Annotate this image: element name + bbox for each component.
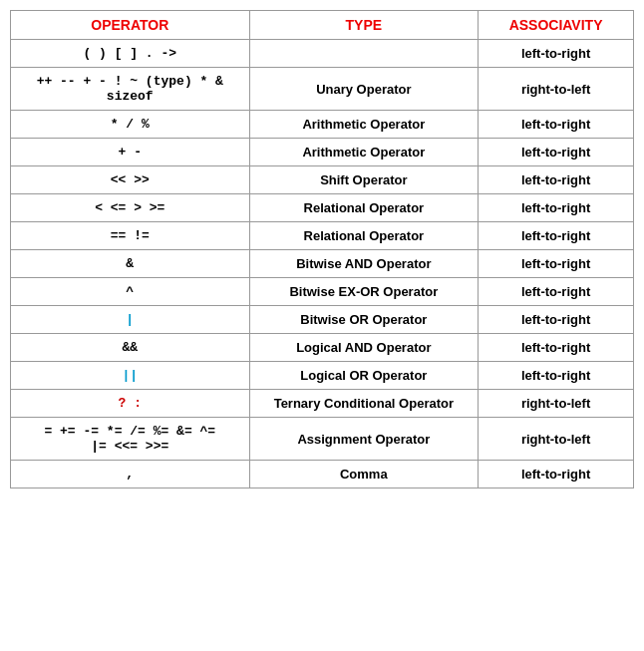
operator-cell: + - [11, 139, 250, 166]
table-row: * / %Arithmetic Operatorleft-to-right [11, 111, 634, 139]
header-associativity: ASSOCIAVITY [479, 11, 634, 40]
table-row: ,Commaleft-to-right [11, 461, 634, 488]
table-row: |Bitwise OR Operatorleft-to-right [11, 306, 634, 334]
associativity-cell: right-to-left [479, 418, 634, 461]
associativity-cell: left-to-right [479, 306, 634, 334]
table-row: ^Bitwise EX-OR Operatorleft-to-right [11, 278, 634, 306]
type-cell: Arithmetic Operator [249, 139, 479, 166]
associativity-cell: left-to-right [479, 111, 634, 139]
type-cell: Bitwise AND Operator [249, 250, 479, 278]
type-cell: Logical AND Operator [249, 334, 479, 362]
operator-cell: << >> [11, 166, 250, 194]
associativity-cell: left-to-right [479, 222, 634, 250]
associativity-cell: left-to-right [479, 278, 634, 306]
associativity-cell: left-to-right [479, 334, 634, 362]
type-cell [249, 40, 479, 68]
type-cell: Relational Operator [249, 222, 479, 250]
operator-cell: || [11, 362, 250, 390]
type-cell: Relational Operator [249, 194, 479, 222]
table-row: ? :Ternary Conditional Operatorright-to-… [11, 390, 634, 418]
type-cell: Unary Operator [249, 68, 479, 111]
operator-cell: | [11, 306, 250, 334]
type-cell: Ternary Conditional Operator [249, 390, 479, 418]
operator-cell: = += -= *= /= %= &= ^=|= <<= >>= [11, 418, 250, 461]
associativity-cell: left-to-right [479, 461, 634, 488]
table-row: &&Logical AND Operatorleft-to-right [11, 334, 634, 362]
associativity-cell: left-to-right [479, 194, 634, 222]
table-row: ( ) [ ] . ->left-to-right [11, 40, 634, 68]
associativity-cell: left-to-right [479, 40, 634, 68]
type-cell: Bitwise EX-OR Operator [249, 278, 479, 306]
associativity-cell: left-to-right [479, 139, 634, 166]
header-type: TYPE [249, 11, 479, 40]
operator-cell: ? : [11, 390, 250, 418]
operator-cell: == != [11, 222, 250, 250]
type-cell: Assignment Operator [249, 418, 479, 461]
table-row: ||Logical OR Operatorleft-to-right [11, 362, 634, 390]
operator-cell: ++ -- + - ! ~ (type) * &sizeof [11, 68, 250, 111]
associativity-cell: left-to-right [479, 166, 634, 194]
associativity-cell: right-to-left [479, 68, 634, 111]
type-cell: Shift Operator [249, 166, 479, 194]
type-cell: Bitwise OR Operator [249, 306, 479, 334]
table-row: < <= > >=Relational Operatorleft-to-righ… [11, 194, 634, 222]
associativity-cell: left-to-right [479, 362, 634, 390]
operator-cell: & [11, 250, 250, 278]
operator-cell: * / % [11, 111, 250, 139]
table-row: << >>Shift Operatorleft-to-right [11, 166, 634, 194]
table-row: == !=Relational Operatorleft-to-right [11, 222, 634, 250]
type-cell: Arithmetic Operator [249, 111, 479, 139]
operator-cell: && [11, 334, 250, 362]
table-row: &Bitwise AND Operatorleft-to-right [11, 250, 634, 278]
table-row: + -Arithmetic Operatorleft-to-right [11, 139, 634, 166]
associativity-cell: right-to-left [479, 390, 634, 418]
operator-cell: , [11, 461, 250, 488]
operator-precedence-table: OPERATOR TYPE ASSOCIAVITY ( ) [ ] . ->le… [10, 10, 634, 488]
operator-cell: < <= > >= [11, 194, 250, 222]
operator-cell: ^ [11, 278, 250, 306]
operator-cell: ( ) [ ] . -> [11, 40, 250, 68]
type-cell: Comma [249, 461, 479, 488]
associativity-cell: left-to-right [479, 250, 634, 278]
table-row: ++ -- + - ! ~ (type) * &sizeofUnary Oper… [11, 68, 634, 111]
header-operator: OPERATOR [11, 11, 250, 40]
type-cell: Logical OR Operator [249, 362, 479, 390]
table-row: = += -= *= /= %= &= ^=|= <<= >>=Assignme… [11, 418, 634, 461]
